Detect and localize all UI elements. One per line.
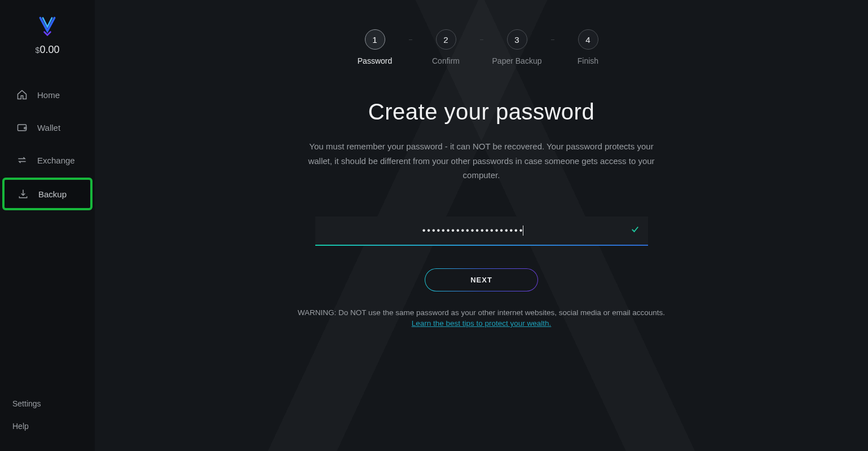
wizard-steps: 1 Password 2 Confirm 3 Paper Backup 4 Fi… xyxy=(267,29,696,65)
next-button[interactable]: NEXT xyxy=(425,268,538,291)
password-field-wrap: ••••••••••••••••••••• xyxy=(315,216,648,246)
step-confirm: 2 Confirm xyxy=(412,29,480,65)
step-password: 1 Password xyxy=(341,29,409,65)
sidebar: $0.00 Home Wallet Exchange Backup xyxy=(0,0,95,451)
main-content: 1 Password 2 Confirm 3 Paper Backup 4 Fi… xyxy=(95,0,868,451)
step-number: 4 xyxy=(578,29,598,50)
sidebar-bottom: Settings Help xyxy=(0,388,95,451)
balance-amount: 0.00 xyxy=(39,44,59,55)
step-number: 1 xyxy=(365,29,385,50)
password-mask: ••••••••••••••••••••• xyxy=(422,226,525,235)
check-icon xyxy=(630,224,640,237)
wallet-icon xyxy=(16,121,28,134)
balance: $0.00 xyxy=(36,44,60,56)
step-label: Password xyxy=(358,56,392,65)
step-number: 3 xyxy=(507,29,527,50)
text-cursor xyxy=(523,226,523,236)
step-paper-backup: 3 Paper Backup xyxy=(483,29,551,65)
warning-text: WARNING: Do NOT use the same password as… xyxy=(267,308,696,317)
sidebar-item-label: Backup xyxy=(38,189,67,199)
sidebar-item-home[interactable]: Home xyxy=(2,79,92,110)
input-underline xyxy=(315,245,648,246)
step-label: Finish xyxy=(578,56,598,65)
sidebar-item-wallet[interactable]: Wallet xyxy=(2,112,92,143)
home-icon xyxy=(16,89,28,101)
sidebar-item-label: Exchange xyxy=(37,156,75,165)
step-label: Confirm xyxy=(432,56,460,65)
page-title: Create your password xyxy=(267,99,696,125)
step-label: Paper Backup xyxy=(492,56,542,65)
step-number: 2 xyxy=(436,29,456,50)
exchange-icon xyxy=(16,154,28,166)
sidebar-item-label: Wallet xyxy=(37,123,60,132)
page-description: You must remember your password - it can… xyxy=(301,139,662,183)
sidebar-settings[interactable]: Settings xyxy=(12,392,82,415)
sidebar-item-backup[interactable]: Backup xyxy=(2,178,92,210)
sidebar-item-exchange[interactable]: Exchange xyxy=(2,145,92,175)
tips-link[interactable]: Learn the best tips to protect your weal… xyxy=(267,319,696,328)
password-input[interactable]: ••••••••••••••••••••• xyxy=(315,216,648,245)
sidebar-help[interactable]: Help xyxy=(12,415,82,437)
sidebar-nav: Home Wallet Exchange Backup xyxy=(0,78,95,211)
backup-icon xyxy=(17,188,29,200)
app-logo-icon xyxy=(37,16,58,36)
sidebar-item-label: Home xyxy=(37,90,60,100)
logo-area: $0.00 xyxy=(0,16,95,56)
step-finish: 4 Finish xyxy=(554,29,622,65)
